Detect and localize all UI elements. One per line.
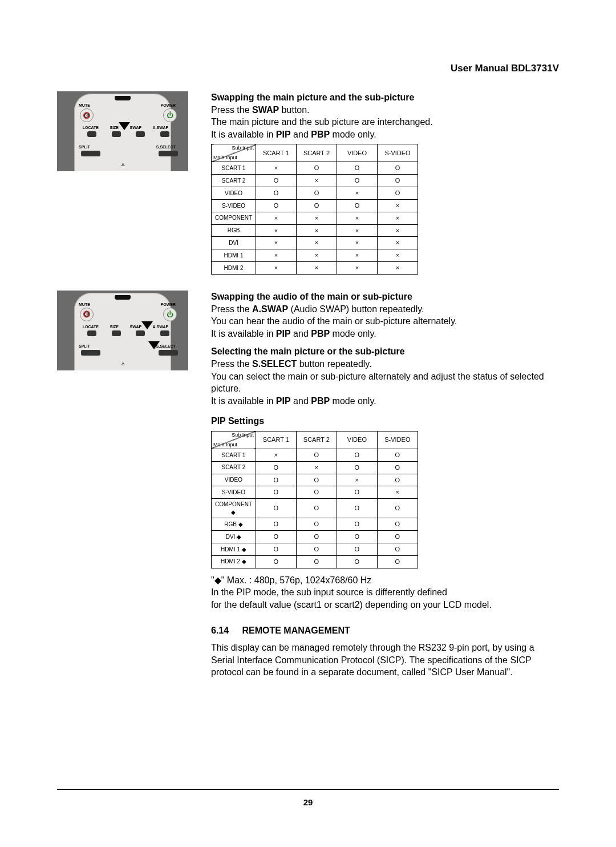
ir-window-icon xyxy=(115,96,131,100)
cell: O xyxy=(296,531,337,543)
table-row: VIDEOOO×O xyxy=(212,474,418,486)
cell: O xyxy=(256,543,296,555)
cell: O xyxy=(256,175,297,187)
sselect-button-icon xyxy=(159,151,178,156)
pointer-arrow-icon-1 xyxy=(141,321,153,329)
label-swap: SWAP xyxy=(130,325,142,329)
cell: O xyxy=(337,175,378,187)
row-label: S-VIDEO xyxy=(212,199,256,212)
cell: O xyxy=(378,175,418,187)
row-label: RGB xyxy=(212,224,256,237)
cell: × xyxy=(256,249,297,262)
table-row: SCART 1×OOO xyxy=(212,162,418,175)
cell: O xyxy=(337,449,377,461)
sselect-button-icon xyxy=(159,350,178,356)
cell: × xyxy=(377,486,418,499)
cell: × xyxy=(256,212,297,224)
locate-button-icon xyxy=(87,330,96,336)
table-row: SCART 2O×OO xyxy=(212,461,418,474)
cell: O xyxy=(377,543,418,555)
remote-image-swap: MUTE POWER LOCATE SIZE SWAP A.SWAP xyxy=(57,91,188,171)
aswap-button-icon xyxy=(160,330,169,336)
row-label: S-VIDEO xyxy=(212,486,256,499)
pointer-arrow-icon xyxy=(119,122,130,130)
cell: O xyxy=(296,499,337,518)
cell: × xyxy=(256,262,297,275)
label-locate: LOCATE xyxy=(83,126,99,130)
col-svideo: S-VIDEO xyxy=(377,431,418,449)
label-mute: MUTE xyxy=(79,302,90,306)
row-label: SCART 2 xyxy=(212,461,256,474)
pip-settings-title: PIP Settings xyxy=(211,415,559,427)
row-label: DVI xyxy=(212,237,256,249)
cell: O xyxy=(337,486,377,499)
cell: O xyxy=(337,555,377,568)
label-split: SPLIT xyxy=(79,344,90,348)
triangle-up-icon: △ xyxy=(121,361,124,365)
row-label: HDMI 2 xyxy=(212,262,256,275)
pip-notes: "◆" Max. : 480p, 576p, 1024x768/60 Hz In… xyxy=(211,574,559,611)
cell: O xyxy=(256,199,297,212)
label-swap: SWAP xyxy=(130,126,142,130)
label-split: SPLIT xyxy=(79,145,90,149)
cell: × xyxy=(297,262,337,275)
cell: O xyxy=(256,555,296,568)
table-row: COMPONENT×××× xyxy=(212,212,418,224)
row-label: COMPONENT xyxy=(212,499,256,518)
cell: × xyxy=(378,212,418,224)
remote-management-body: This display can be managed remotely thr… xyxy=(211,642,559,679)
cell: × xyxy=(297,249,337,262)
cell: × xyxy=(297,175,337,187)
power-button-icon xyxy=(163,108,177,122)
cell: O xyxy=(377,499,418,518)
cell: × xyxy=(256,224,297,237)
col-scart2: SCART 2 xyxy=(297,144,337,162)
cell: × xyxy=(378,249,418,262)
cell: × xyxy=(337,212,378,224)
swap-compat-table: Sub Input Main Input SCART 1 SCART 2 VID… xyxy=(211,144,418,275)
col-scart1: SCART 1 xyxy=(256,144,297,162)
cell: O xyxy=(256,531,296,543)
row-label: SCART 1 xyxy=(212,162,256,175)
table-row: RGBOOOO xyxy=(212,518,418,531)
table-row: HDMI 1OOOO xyxy=(212,543,418,555)
cell: × xyxy=(378,224,418,237)
cell: O xyxy=(297,162,337,175)
cell: O xyxy=(337,199,378,212)
footer-rule xyxy=(57,789,559,790)
cell: O xyxy=(377,461,418,474)
split-button-icon xyxy=(81,350,100,356)
cell: O xyxy=(377,555,418,568)
row-label: COMPONENT xyxy=(212,212,256,224)
cell: O xyxy=(377,449,418,461)
cell: O xyxy=(337,461,377,474)
cell: × xyxy=(297,237,337,249)
label-aswap: A.SWAP xyxy=(153,325,169,329)
col-video: VIDEO xyxy=(337,431,377,449)
col-scart1: SCART 1 xyxy=(256,431,296,449)
cell: × xyxy=(297,224,337,237)
swap-button-icon xyxy=(136,131,145,137)
cell: × xyxy=(297,212,337,224)
mute-button-icon xyxy=(80,108,94,122)
cell: × xyxy=(256,237,297,249)
table-row: RGB×××× xyxy=(212,224,418,237)
label-power: POWER xyxy=(161,103,176,107)
label-power: POWER xyxy=(161,302,176,306)
cell: O xyxy=(378,162,418,175)
col-video: VIDEO xyxy=(337,144,378,162)
cell: O xyxy=(337,543,377,555)
cell: × xyxy=(256,449,296,461)
row-label: HDMI 1 xyxy=(212,543,256,555)
row-label: HDMI 1 xyxy=(212,249,256,262)
label-aswap: A.SWAP xyxy=(153,126,169,130)
row-label: SCART 2 xyxy=(212,175,256,187)
ir-window-icon xyxy=(115,295,131,300)
swap-main-text: Press the SWAP button. The main picture … xyxy=(211,104,559,141)
cell: × xyxy=(337,224,378,237)
table-row: HDMI 2×××× xyxy=(212,262,418,275)
table-row: DVIOOOO xyxy=(212,531,418,543)
table-row: COMPONENTOOOO xyxy=(212,499,418,518)
cell: O xyxy=(377,531,418,543)
row-label: VIDEO xyxy=(212,187,256,200)
